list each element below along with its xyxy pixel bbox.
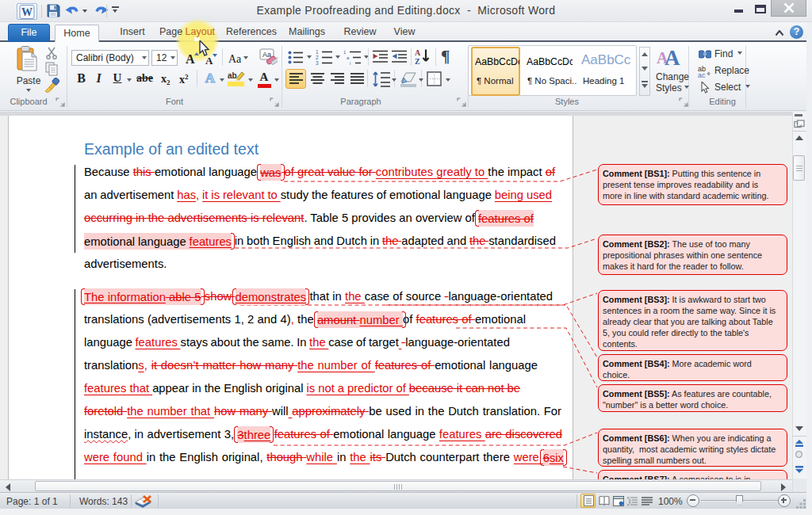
svg-text:ab: ab: [228, 71, 237, 80]
svg-text:Aa: Aa: [262, 51, 271, 59]
svg-text:A: A: [415, 48, 421, 57]
svg-text:1: 1: [343, 50, 347, 55]
svg-text:1: 1: [316, 49, 319, 55]
svg-text:W: W: [21, 6, 33, 18]
svg-text:Z: Z: [415, 57, 420, 66]
svg-text:ac: ac: [698, 71, 706, 78]
svg-text:i: i: [350, 61, 350, 65]
svg-text:3: 3: [316, 60, 319, 65]
svg-text:a: a: [347, 55, 350, 60]
svg-text:2: 2: [316, 55, 319, 60]
